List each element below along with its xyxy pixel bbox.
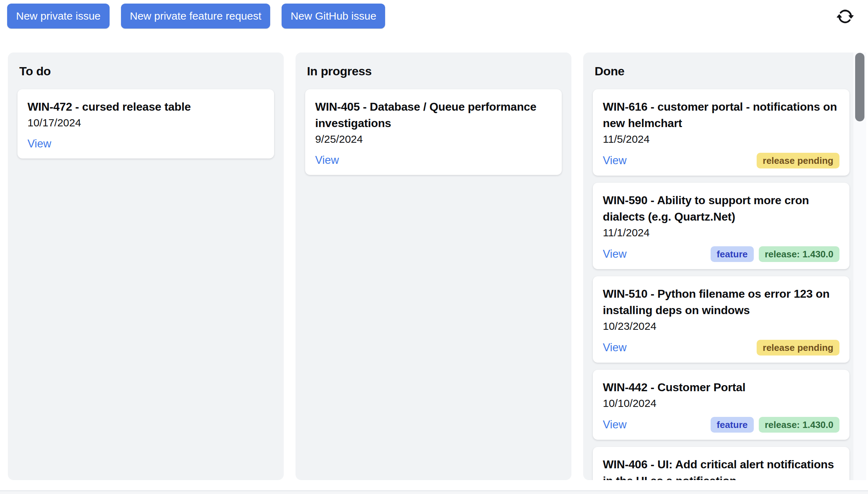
issue-card-date: 10/10/2024 (603, 396, 839, 410)
issue-card[interactable]: WIN-510 - Python filename os error 123 o… (593, 276, 849, 363)
issue-card[interactable]: WIN-590 - Ability to support more cron d… (593, 183, 849, 269)
view-link[interactable]: View (603, 153, 627, 168)
view-link[interactable]: View (315, 153, 339, 168)
badge-group: featurerelease: 1.430.0 (711, 417, 839, 433)
new-github-issue-button[interactable]: New GitHub issue (282, 4, 385, 29)
issue-card-title: WIN-590 - Ability to support more cron d… (603, 192, 839, 225)
toolbar: New private issue New private feature re… (7, 4, 385, 29)
badge-group: featurerelease: 1.430.0 (711, 246, 839, 262)
card-list: WIN-472 - cursed release table 10/17/202… (17, 89, 274, 158)
view-link[interactable]: View (603, 247, 627, 262)
kanban-board: To do WIN-472 - cursed release table 10/… (8, 52, 859, 480)
badge-group: release pending (757, 153, 839, 168)
issue-card-date: 11/1/2024 (603, 226, 839, 240)
column-title: Done (595, 63, 849, 79)
column-in-progress: In progress WIN-405 - Database / Queue p… (296, 52, 571, 480)
issue-card-date: 10/23/2024 (603, 319, 839, 333)
issue-card[interactable]: WIN-405 - Database / Queue performance i… (305, 89, 562, 175)
refresh-icon (837, 8, 854, 25)
issue-card[interactable]: WIN-472 - cursed release table 10/17/202… (17, 89, 274, 158)
issue-card-title: WIN-472 - cursed release table (27, 99, 264, 115)
column-todo: To do WIN-472 - cursed release table 10/… (8, 52, 284, 480)
issue-card-title: WIN-616 - customer portal - notification… (603, 99, 839, 131)
badge-feature: feature (711, 246, 754, 262)
column-done: Done WIN-616 - customer portal - notific… (583, 52, 859, 480)
issue-card-date: 9/25/2024 (315, 132, 552, 146)
issue-card-footer: View (27, 136, 264, 151)
issue-card-title: WIN-510 - Python filename os error 123 o… (603, 286, 839, 318)
card-list: WIN-616 - customer portal - notification… (593, 89, 849, 480)
refresh-button[interactable] (835, 6, 855, 26)
issue-card-date: 11/5/2024 (603, 132, 839, 146)
new-private-feature-request-button[interactable]: New private feature request (121, 4, 271, 29)
issue-card[interactable]: WIN-616 - customer portal - notification… (593, 89, 849, 176)
card-list: WIN-405 - Database / Queue performance i… (305, 89, 562, 175)
badge-release-1-430-0: release: 1.430.0 (759, 417, 839, 433)
issue-card[interactable]: WIN-442 - Customer Portal 10/10/2024 Vie… (593, 370, 849, 440)
issue-card[interactable]: WIN-406 - UI: Add critical alert notific… (593, 447, 849, 480)
issue-card-title: WIN-442 - Customer Portal (603, 379, 839, 395)
issue-card-footer: View release pending (603, 153, 839, 168)
issue-card-footer: View featurerelease: 1.430.0 (603, 417, 839, 433)
issue-card-title: WIN-406 - UI: Add critical alert notific… (603, 456, 839, 480)
badge-release-pending: release pending (757, 153, 839, 168)
issue-card-title: WIN-405 - Database / Queue performance i… (315, 99, 552, 131)
issue-card-footer: View featurerelease: 1.430.0 (603, 246, 839, 262)
new-private-issue-button[interactable]: New private issue (7, 4, 110, 29)
badge-release-pending: release pending (757, 340, 839, 356)
vertical-scrollbar-thumb[interactable] (855, 53, 864, 121)
view-link[interactable]: View (603, 417, 627, 432)
column-title: In progress (307, 63, 562, 79)
bottom-divider (0, 490, 868, 494)
view-link[interactable]: View (603, 340, 627, 355)
issue-card-footer: View release pending (603, 340, 839, 356)
badge-release-1-430-0: release: 1.430.0 (759, 246, 839, 262)
issue-card-footer: View (315, 153, 552, 168)
issue-card-date: 10/17/2024 (27, 116, 264, 130)
column-title: To do (19, 63, 274, 79)
view-link[interactable]: View (27, 136, 51, 151)
badge-group: release pending (757, 340, 839, 356)
badge-feature: feature (711, 417, 754, 433)
